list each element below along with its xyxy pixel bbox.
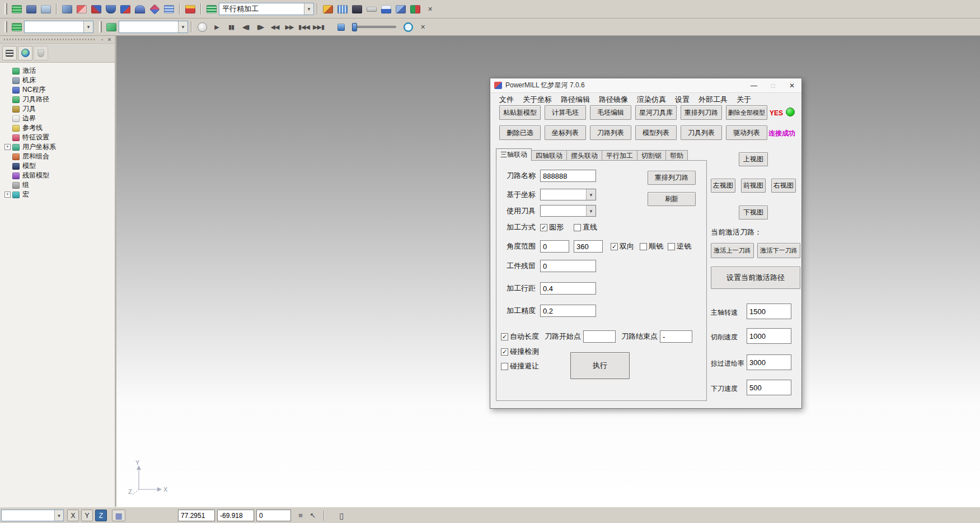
pause-icon[interactable]: ▮▮ (224, 20, 238, 34)
download-arrow-icon[interactable] (183, 2, 198, 16)
auto-length-checkbox[interactable]: ✓ 自动长度 (501, 331, 539, 342)
step-forward-icon[interactable]: ▮▶ (253, 20, 268, 34)
tab-parallel[interactable]: 平行加工 (602, 150, 637, 161)
calculator-icon[interactable] (350, 2, 364, 16)
top-view-button[interactable]: 上视图 (739, 152, 768, 166)
rearrange-toolpaths-button[interactable]: 重排列刀路 (681, 105, 722, 120)
menu-path-mirror[interactable]: 路径镜像 (594, 94, 632, 106)
print-icon[interactable] (39, 2, 53, 16)
tree-item-models[interactable]: 模型 (1, 161, 114, 171)
use-tool-select[interactable]: ▾ (540, 205, 596, 217)
toolbar2-close-icon[interactable]: ✕ (415, 20, 430, 34)
cutting-feed-input[interactable] (747, 328, 791, 344)
model-list-button[interactable]: 模型列表 (635, 125, 677, 140)
tree-item-feature-sets[interactable]: 特征设置 (1, 133, 114, 142)
list-options-icon[interactable]: ≡ (296, 510, 306, 521)
play-icon[interactable]: ▶ (209, 20, 224, 34)
toolpath-list-button[interactable]: 刀路列表 (590, 125, 631, 140)
delete-selected-button[interactable]: 删除已选 (499, 125, 541, 140)
block-icon[interactable] (60, 2, 74, 16)
cursor-z-input[interactable] (256, 510, 291, 521)
tolerance-input[interactable] (540, 305, 596, 317)
set-active-path-button[interactable]: 设置当前激活路径 (711, 267, 800, 289)
collision-check-checkbox[interactable]: ✓ 碰撞检测 (501, 347, 539, 357)
drive-list-button[interactable]: 驱动列表 (726, 125, 767, 140)
expand-icon[interactable]: + (4, 192, 11, 198)
scissors-icon[interactable] (393, 2, 408, 16)
menu-path-edit[interactable]: 路径编辑 (556, 94, 594, 106)
menu-render-sim[interactable]: 渲染仿真 (632, 94, 670, 106)
tree-item-groups[interactable]: 组 (1, 180, 114, 190)
menu-file[interactable]: 文件 (495, 94, 518, 106)
stats-chart-icon[interactable] (379, 2, 393, 16)
collision-avoid-checkbox[interactable]: 碰撞避让 (501, 361, 539, 371)
plunge-feed-input[interactable] (747, 380, 791, 395)
x-axis-button[interactable]: X (67, 510, 79, 521)
tree-item-tools[interactable]: 刀具 (1, 104, 114, 114)
y-axis-button[interactable]: Y (81, 510, 93, 521)
panel-float-icon[interactable]: ▫ (99, 37, 106, 43)
simulation-speed-slider[interactable] (353, 26, 396, 28)
tree-item-macros[interactable]: +宏 (1, 190, 114, 199)
tab-swivel-head[interactable]: 摆头联动 (566, 150, 602, 161)
toolpath-name-input[interactable] (540, 170, 596, 182)
line-checkbox[interactable]: 直线 (574, 222, 597, 232)
skip-end-icon[interactable]: ▶▶▮ (311, 20, 326, 34)
stepover-input[interactable] (540, 282, 596, 295)
base-coord-select[interactable]: ▾ (540, 189, 596, 200)
binoculars-icon[interactable] (408, 2, 423, 16)
start-point-input[interactable] (583, 330, 616, 343)
z-axis-button[interactable]: Z (95, 510, 107, 521)
toolpath-select[interactable]: ▾ (24, 21, 93, 33)
activate-next-button[interactable]: 激活下一刀路 (757, 243, 800, 258)
front-view-button[interactable]: 前视图 (741, 179, 766, 193)
angle-to-input[interactable] (574, 240, 603, 253)
bulb-icon[interactable] (195, 20, 209, 34)
spindle-speed-input[interactable] (747, 303, 791, 319)
tree-item-boundaries[interactable]: 边界 (1, 114, 114, 123)
screen-mode-icon[interactable]: ▯ (336, 510, 347, 521)
globe-icon[interactable] (18, 46, 32, 60)
ruler-icon[interactable] (364, 2, 379, 16)
circle-checkbox[interactable]: ✓ 圆形 (540, 222, 564, 232)
end-point-input[interactable] (660, 330, 692, 343)
stock-allowance-input[interactable] (540, 260, 596, 272)
clamp-icon[interactable] (133, 2, 147, 16)
maximize-button[interactable]: □ (763, 78, 782, 92)
tab-4axis[interactable]: 四轴联动 (531, 150, 567, 161)
paste-new-model-button[interactable]: 粘贴新模型 (499, 105, 541, 120)
panel-drag-handle[interactable] (4, 39, 96, 40)
tree-item-toolpaths[interactable]: 刀具路径 (1, 95, 114, 104)
rewind-icon[interactable]: ◀◀ (268, 20, 282, 34)
tool-select-toolbar[interactable]: ▾ (119, 21, 188, 33)
refresh-button[interactable]: 刷新 (648, 192, 696, 206)
compute-stock-button[interactable]: 计算毛坯 (545, 105, 586, 120)
right-view-button[interactable]: 右视图 (771, 179, 796, 193)
toolbar-grip[interactable] (99, 21, 102, 32)
close-button[interactable]: ✕ (782, 78, 801, 92)
view-preset-select[interactable]: ▾ (1, 510, 64, 521)
menu-settings[interactable]: 设置 (670, 94, 694, 106)
minimize-button[interactable]: — (744, 78, 763, 92)
transform-icon[interactable] (89, 2, 104, 16)
stock-edit-button[interactable]: 毛坯编辑 (590, 105, 631, 120)
toolbar-close-icon[interactable]: ✕ (423, 2, 437, 16)
toolbar-grip[interactable] (4, 21, 7, 32)
save-icon[interactable] (24, 2, 39, 16)
tree-item-patterns[interactable]: 参考线 (1, 123, 114, 133)
skip-start-icon[interactable]: ▮◀◀ (297, 20, 311, 34)
grid-toggle-icon[interactable]: ▦ (112, 510, 125, 521)
stack-copy-icon[interactable] (162, 2, 176, 16)
angle-from-input[interactable] (540, 240, 569, 253)
tab-3axis[interactable]: 三轴联动 (496, 148, 532, 161)
toolbar-grip[interactable] (4, 3, 7, 15)
curve-edit-icon[interactable] (118, 2, 133, 16)
clock-icon[interactable] (401, 20, 415, 34)
menu-coords[interactable]: 关于坐标 (518, 94, 556, 106)
coord-list-button[interactable]: 坐标列表 (545, 125, 586, 140)
bottom-view-button[interactable]: 下视图 (739, 206, 768, 220)
tree-item-activate[interactable]: 激活 (1, 66, 114, 76)
panel-close-icon[interactable]: ✕ (106, 37, 113, 43)
climb-checkbox[interactable]: 顺铣 (640, 241, 663, 251)
step-back-icon[interactable]: ◀▮ (238, 20, 253, 34)
